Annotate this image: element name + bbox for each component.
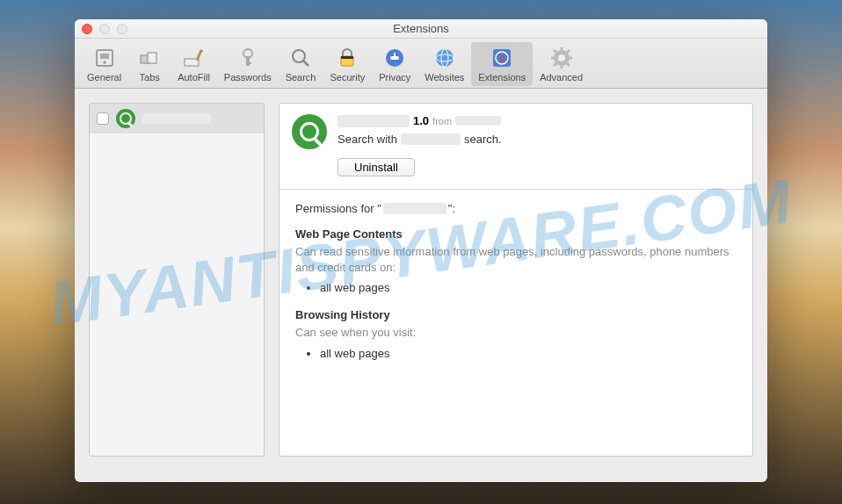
svg-line-32 (554, 63, 556, 66)
tab-label: Websites (425, 72, 464, 83)
permission-heading: Web Page Contents (295, 227, 737, 241)
permission-list-item: all web pages (320, 347, 737, 360)
traffic-lights (82, 24, 127, 34)
tab-tabs[interactable]: Tabs (128, 42, 171, 86)
svg-rect-9 (246, 56, 250, 66)
tab-extensions[interactable]: Extensions (471, 42, 533, 86)
permission-list: all web pages (295, 281, 737, 294)
extension-detail-panel: 1.0 from Search with search. Uninstall P… (279, 103, 753, 457)
tab-label: AutoFill (178, 72, 210, 83)
preferences-window: Extensions General Tabs AutoFill Passwor… (75, 19, 767, 482)
tab-security[interactable]: Security (323, 42, 372, 86)
extension-version: 1.0 (413, 114, 429, 127)
extension-author-redacted (455, 116, 501, 126)
close-button[interactable] (82, 24, 92, 34)
svg-line-33 (567, 50, 570, 53)
extension-name-redacted (142, 113, 211, 124)
extensions-icon (490, 46, 514, 70)
permission-description: Can see when you visit: (295, 325, 737, 341)
privacy-icon (382, 46, 407, 70)
content-area: 1.0 from Search with search. Uninstall P… (75, 89, 767, 471)
svg-rect-14 (341, 56, 353, 59)
uninstall-button[interactable]: Uninstall (338, 158, 415, 176)
extensions-sidebar (89, 103, 265, 457)
svg-point-2 (103, 61, 105, 64)
permissions-section: Permissions for " ": Web Page Contents C… (279, 190, 752, 386)
svg-rect-4 (148, 53, 156, 63)
svg-line-31 (567, 63, 570, 66)
tab-label: Passwords (224, 72, 272, 83)
desc-redacted (401, 133, 461, 145)
tabs-icon (137, 46, 162, 70)
tab-advanced[interactable]: Advanced (533, 42, 590, 86)
svg-rect-10 (246, 62, 251, 64)
permission-block: Browsing History Can see when you visit:… (295, 308, 737, 359)
permission-block: Web Page Contents Can read sensitive inf… (295, 227, 737, 294)
extension-header: 1.0 from Search with search. Uninstall (279, 104, 752, 190)
tab-passwords[interactable]: Passwords (217, 42, 279, 86)
extension-name-redacted (338, 115, 410, 127)
perms-suffix: ": (448, 202, 455, 215)
extension-enable-checkbox[interactable] (97, 112, 109, 125)
tab-general[interactable]: General (80, 42, 128, 86)
extension-list-item[interactable] (90, 104, 264, 133)
extension-icon (116, 109, 135, 128)
svg-point-11 (293, 50, 305, 62)
perms-prefix: Permissions for " (295, 202, 381, 215)
svg-point-25 (558, 54, 565, 61)
tab-label: Search (286, 72, 316, 83)
permission-list: all web pages (295, 347, 737, 360)
svg-rect-1 (100, 54, 109, 59)
minimize-button[interactable] (99, 24, 110, 34)
websites-icon (432, 46, 457, 70)
svg-line-12 (303, 61, 308, 66)
preferences-toolbar: General Tabs AutoFill Passwords Search (75, 39, 767, 89)
extension-info: 1.0 from Search with search. Uninstall (338, 114, 740, 176)
tab-search[interactable]: Search (279, 42, 323, 86)
permission-description: Can read sensitive information from web … (295, 244, 737, 276)
perms-name-redacted (383, 203, 446, 214)
tab-label: General (87, 72, 121, 83)
zoom-button[interactable] (117, 24, 127, 34)
desc-suffix: search. (464, 133, 502, 146)
svg-line-30 (554, 50, 556, 53)
general-icon (92, 46, 117, 70)
svg-point-18 (436, 49, 454, 67)
tab-label: Tabs (140, 72, 160, 83)
tab-websites[interactable]: Websites (417, 42, 471, 86)
passwords-icon (236, 46, 260, 70)
permissions-title: Permissions for " ": (295, 202, 737, 215)
extension-title-row: 1.0 from (338, 114, 740, 127)
gear-icon (549, 46, 574, 70)
tab-label: Security (330, 72, 365, 83)
extension-icon-large (292, 114, 327, 149)
tab-autofill[interactable]: AutoFill (171, 42, 217, 86)
tab-privacy[interactable]: Privacy (372, 42, 417, 86)
search-icon (288, 46, 313, 70)
window-title: Extensions (393, 22, 449, 35)
tab-label: Advanced (540, 72, 583, 83)
autofill-icon (181, 46, 206, 70)
tab-label: Privacy (379, 72, 410, 83)
svg-rect-16 (390, 56, 399, 60)
titlebar: Extensions (75, 19, 767, 39)
desc-prefix: Search with (338, 133, 397, 146)
extension-description: Search with search. (338, 133, 740, 146)
from-label: from (432, 116, 452, 126)
permission-heading: Browsing History (295, 308, 737, 321)
permission-list-item: all web pages (320, 281, 737, 294)
tab-label: Extensions (478, 72, 526, 83)
security-icon (335, 46, 359, 70)
